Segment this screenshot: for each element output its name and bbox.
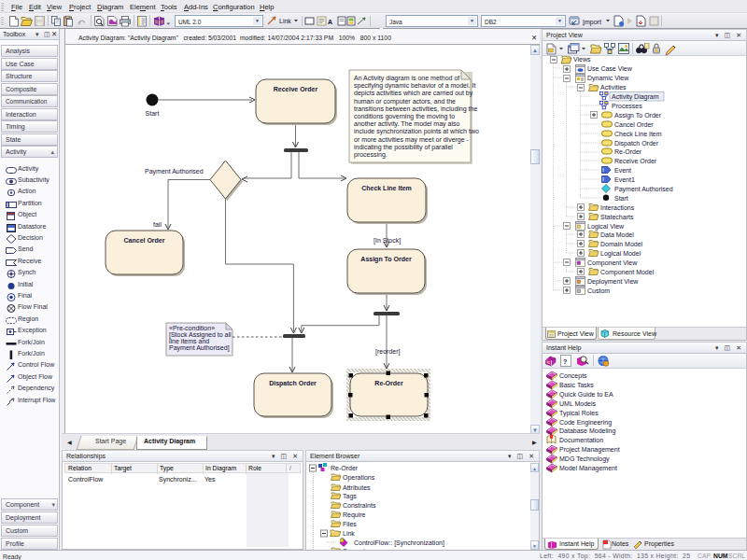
svg-text:Start: Start [614, 195, 628, 202]
svg-text:Basic Tasks: Basic Tasks [559, 382, 594, 388]
svg-text:Quick Guide to EA: Quick Guide to EA [559, 391, 613, 399]
svg-text:Event1: Event1 [614, 176, 635, 183]
svg-text:Dispatch Order: Dispatch Order [614, 140, 659, 147]
svg-text:Typical Roles: Typical Roles [559, 410, 599, 417]
svg-text:Activities: Activities [600, 84, 627, 91]
svg-text:processing.: processing. [354, 151, 388, 159]
svg-text:Payment Authorised: Payment Authorised [614, 186, 673, 193]
svg-text:Model Management: Model Management [559, 465, 617, 472]
svg-text:depicts activities which are c: depicts activities which are carried out… [354, 90, 473, 97]
svg-text:line items and: line items and [169, 338, 209, 344]
svg-text:Cancel Order: Cancel Order [614, 121, 654, 128]
svg-text:human or computer actors, and: human or computer actors, and the [354, 98, 456, 105]
svg-text:or more activities may meet or: or more activities may meet or diverge - [354, 136, 470, 144]
svg-text:fail: fail [153, 221, 162, 228]
svg-text:An Activity diagram is one met: An Activity diagram is one method of [354, 75, 459, 82]
svg-text:Code Engineering: Code Engineering [559, 419, 612, 427]
svg-text:UML Models: UML Models [559, 400, 597, 407]
svg-text:Re-Order: Re-Order [374, 380, 403, 386]
svg-text:Attributes: Attributes [343, 483, 371, 490]
svg-text:Re-Order: Re-Order [614, 148, 642, 155]
svg-text:Import: Import [583, 19, 601, 26]
svg-text:Database Modeling: Database Modeling [559, 427, 615, 435]
svg-text:Use Case View: Use Case View [587, 65, 633, 72]
svg-text:Concepts: Concepts [559, 372, 587, 380]
svg-text:Assign To Order: Assign To Order [360, 256, 412, 263]
svg-text:Logical Model: Logical Model [600, 250, 641, 258]
svg-text:Assign To Order: Assign To Order [614, 112, 662, 119]
svg-text:Data Model: Data Model [600, 231, 634, 238]
svg-text:Processes: Processes [612, 103, 642, 109]
svg-text:ControlFlow:: [Synchronization: ControlFlow:: [Synchronization] [354, 539, 444, 547]
svg-text:«Pre-condition»: «Pre-condition» [169, 325, 215, 331]
svg-text:Re-Order: Re-Order [331, 465, 359, 471]
svg-text:Dispatch Order: Dispatch Order [269, 380, 317, 387]
svg-text:include synchronization points: include synchronization points at which … [354, 128, 479, 135]
svg-text:Files: Files [343, 521, 357, 527]
svg-text:Dynamic View: Dynamic View [587, 75, 629, 82]
svg-text:MDG Technology: MDG Technology [559, 455, 610, 463]
svg-text:Constraints: Constraints [343, 502, 376, 509]
svg-text:conditions governing the movin: conditions governing the moving to [354, 113, 455, 120]
svg-text:?: ? [563, 358, 567, 365]
svg-text:another activity. The model ma: another activity. The model may also [354, 120, 459, 128]
svg-text:specifying dynamic behavior of: specifying dynamic behavior of a model. … [354, 82, 475, 90]
svg-text:Link: Link [343, 530, 355, 537]
svg-text:Receive Order: Receive Order [274, 86, 318, 92]
svg-text:Check Line Item: Check Line Item [361, 185, 412, 191]
svg-text:[reorder]: [reorder] [375, 348, 401, 356]
svg-text:Event: Event [614, 167, 631, 174]
svg-text:Logical View: Logical View [587, 223, 625, 231]
svg-text:Require: Require [343, 511, 366, 519]
svg-text:transitions between activities: transitions between activities, includin… [354, 105, 477, 113]
svg-text:Interactions: Interactions [600, 204, 635, 211]
svg-text:Component View: Component View [587, 259, 638, 267]
svg-text:Check Line Item: Check Line Item [614, 131, 662, 137]
svg-text:Custom: Custom [587, 287, 610, 294]
svg-text:[In Stock]: [In Stock] [374, 237, 401, 245]
svg-text:Statecharts: Statecharts [600, 214, 634, 220]
svg-text:Cancel Order: Cancel Order [124, 237, 165, 244]
svg-text:Tags: Tags [343, 493, 357, 500]
svg-text:Component Model: Component Model [600, 269, 655, 276]
svg-text:Project Management: Project Management [559, 446, 620, 454]
svg-text:Link: Link [279, 18, 291, 24]
svg-text:Payment Authorised]: Payment Authorised] [169, 344, 230, 352]
svg-text:Activity Diagram: Activity Diagram [612, 93, 659, 101]
svg-text:Start: Start [146, 110, 160, 117]
svg-text:Deployment View: Deployment View [587, 278, 639, 286]
svg-text:Domain Model: Domain Model [600, 241, 643, 247]
svg-text:Receive Order: Receive Order [614, 158, 657, 164]
svg-text:Documentation: Documentation [559, 437, 603, 443]
svg-text:Views: Views [573, 56, 591, 63]
svg-text:Operations: Operations [343, 474, 375, 482]
svg-text:Payment Authorised: Payment Authorised [145, 168, 204, 175]
svg-text:indicating the possibility of: indicating the possibility of parallel [354, 144, 453, 151]
svg-text:A: A [328, 19, 332, 25]
